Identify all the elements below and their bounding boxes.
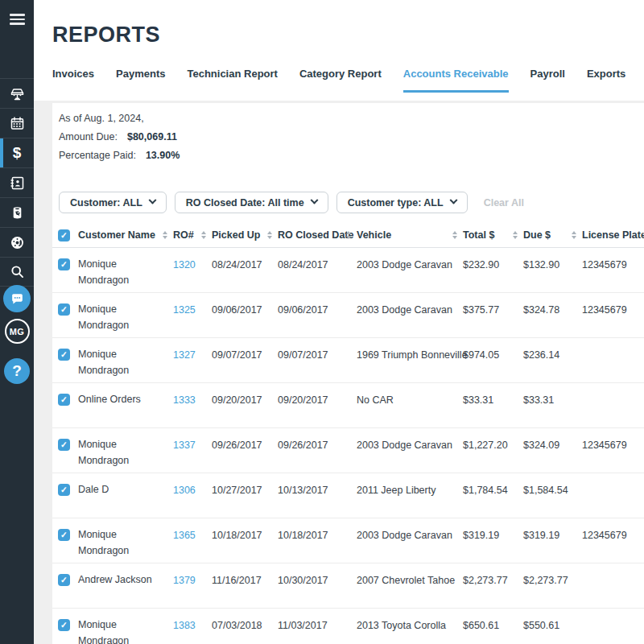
- filter-customer-type[interactable]: Customer type: ALL: [336, 192, 468, 213]
- row-checkbox[interactable]: [58, 258, 70, 270]
- due-cell: $324.78: [523, 293, 582, 316]
- search-icon: [9, 263, 26, 280]
- ro-number-link[interactable]: 1365: [173, 518, 212, 541]
- picked-up-cell: 07/03/2018: [212, 609, 278, 631]
- ro-number-link[interactable]: 1333: [173, 383, 212, 406]
- ro-closed-cell: 09/06/2017: [278, 293, 357, 316]
- clear-all-button[interactable]: Clear All: [484, 197, 524, 208]
- avatar[interactable]: MG: [5, 319, 30, 344]
- total-cell: $1,227.20: [463, 428, 523, 451]
- vehicle-cell: 2003 Dodge Caravan: [357, 428, 463, 451]
- row-checkbox[interactable]: [58, 619, 70, 631]
- license-plate-cell: 12345679: [582, 518, 644, 541]
- total-cell: $2,273.77: [463, 564, 523, 586]
- tab-category-report[interactable]: Category Report: [299, 68, 382, 93]
- total-cell: $375.77: [463, 293, 523, 316]
- filter-ro-closed-date[interactable]: RO Closed Date: All time: [175, 192, 328, 213]
- ro-number-link[interactable]: 1306: [173, 473, 212, 496]
- ro-number-link[interactable]: 1320: [173, 248, 212, 270]
- column-header-customer-name[interactable]: Customer Name: [78, 229, 173, 241]
- ro-closed-cell: 10/13/2017: [278, 473, 357, 496]
- dollar-icon: $: [13, 144, 22, 162]
- sidebar-item-calendar[interactable]: [0, 108, 34, 138]
- row-checkbox[interactable]: [58, 303, 70, 316]
- table-row: Online Orders 1333 09/20/2017 09/20/2017…: [52, 383, 644, 428]
- sort-icon[interactable]: [163, 231, 167, 239]
- tab-payments[interactable]: Payments: [116, 68, 165, 93]
- sidebar-nav: $: [0, 78, 34, 287]
- picked-up-cell: 09/07/2017: [212, 338, 278, 361]
- license-plate-cell: [582, 564, 644, 575]
- license-plate-cell: 12345679: [582, 248, 644, 270]
- due-cell: $550.61: [523, 609, 582, 631]
- sidebar-item-reports[interactable]: $: [0, 138, 34, 167]
- ro-closed-cell: 08/24/2017: [278, 248, 357, 270]
- help-button[interactable]: ?: [4, 358, 30, 384]
- row-checkbox[interactable]: [58, 484, 70, 496]
- menu-icon[interactable]: [0, 0, 34, 39]
- vehicle-cell: 2003 Dodge Caravan: [357, 518, 463, 541]
- ro-closed-cell: 09/20/2017: [278, 383, 357, 406]
- sidebar-item-inventory[interactable]: [0, 197, 34, 227]
- sort-icon[interactable]: [513, 231, 518, 239]
- ro-number-link[interactable]: 1337: [173, 428, 212, 451]
- sort-icon[interactable]: [452, 231, 457, 239]
- select-all-checkbox[interactable]: [58, 229, 70, 242]
- row-checkbox[interactable]: [58, 439, 70, 451]
- due-cell: $132.90: [523, 248, 582, 270]
- picked-up-cell: 11/16/2017: [212, 564, 278, 586]
- license-plate-cell: [582, 383, 644, 394]
- table-row: Monique Mondragon 1383 07/03/2018 11/03/…: [52, 609, 644, 644]
- table-header: Customer Name RO# Picked Up RO Closed Da…: [52, 223, 644, 248]
- column-header-license-plate[interactable]: License Plate: [582, 229, 644, 241]
- sidebar-item-wheels[interactable]: [0, 227, 34, 257]
- customer-name-cell: Monique Mondragon: [78, 338, 173, 378]
- row-checkbox[interactable]: [58, 574, 70, 586]
- tab-accounts-receivable[interactable]: Accounts Receivable: [403, 68, 509, 93]
- ro-closed-cell: 10/30/2017: [278, 564, 357, 586]
- total-cell: $232.90: [463, 248, 523, 270]
- vehicle-cell: 2003 Dodge Caravan: [357, 293, 463, 316]
- picked-up-cell: 08/24/2017: [212, 248, 278, 270]
- sidebar-item-search[interactable]: [0, 257, 34, 287]
- sort-icon[interactable]: [201, 231, 206, 239]
- calendar-icon: [9, 115, 26, 132]
- page-header: REPORTS InvoicesPaymentsTechnician Repor…: [34, 0, 644, 101]
- tab-invoices[interactable]: Invoices: [52, 68, 94, 93]
- total-cell: $319.19: [463, 518, 523, 541]
- license-plate-cell: 12345679: [582, 428, 644, 451]
- table-row: Andrew Jackson 1379 11/16/2017 10/30/201…: [52, 564, 644, 609]
- tab-payroll[interactable]: Payroll: [530, 68, 565, 93]
- column-header-ro-closed-date[interactable]: RO Closed Date: [278, 229, 357, 241]
- tab-technician-report[interactable]: Technician Report: [187, 68, 277, 93]
- vehicle-cell: 1969 Triumph Bonneville: [357, 338, 463, 361]
- car-lift-icon: [9, 85, 26, 102]
- ro-number-link[interactable]: 1325: [173, 293, 212, 316]
- sort-icon[interactable]: [572, 231, 576, 239]
- ro-number-link[interactable]: 1379: [173, 564, 212, 586]
- column-header-vehicle[interactable]: Vehicle: [357, 229, 463, 241]
- chevron-down-icon: [310, 196, 318, 204]
- picked-up-cell: 09/26/2017: [212, 428, 278, 451]
- sort-icon[interactable]: [346, 231, 351, 239]
- ro-closed-cell: 09/26/2017: [278, 428, 357, 451]
- row-checkbox[interactable]: [58, 349, 70, 361]
- sidebar-item-customers[interactable]: [0, 167, 34, 197]
- due-cell: $2,273.77: [523, 564, 582, 586]
- table-row: Dale D 1306 10/27/2017 10/13/2017 2011 J…: [52, 473, 644, 518]
- vehicle-cell: 2003 Dodge Caravan: [357, 248, 463, 270]
- tab-exports[interactable]: Exports: [587, 68, 625, 93]
- chat-button[interactable]: [3, 285, 31, 312]
- row-checkbox[interactable]: [58, 394, 70, 406]
- ro-number-link[interactable]: 1327: [173, 338, 212, 361]
- accounts-receivable-table: Customer Name RO# Picked Up RO Closed Da…: [52, 223, 644, 644]
- vehicle-cell: 2011 Jeep Liberty: [357, 473, 463, 496]
- ro-number-link[interactable]: 1383: [173, 609, 212, 631]
- row-checkbox[interactable]: [58, 529, 70, 541]
- picked-up-cell: 09/06/2017: [212, 293, 278, 316]
- filter-customer[interactable]: Customer: ALL: [59, 192, 167, 213]
- sidebar-item-vehicles[interactable]: [0, 78, 34, 108]
- ro-closed-cell: 10/18/2017: [278, 518, 357, 541]
- oil-can-icon: [9, 204, 26, 221]
- sort-icon[interactable]: [267, 231, 272, 239]
